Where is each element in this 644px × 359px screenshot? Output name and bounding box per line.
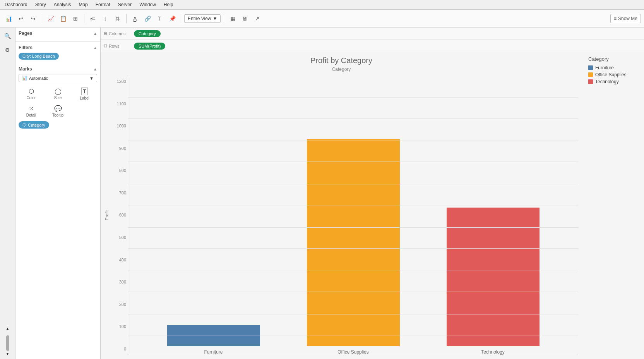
screen-btn[interactable]: 🖥: [240, 13, 250, 24]
detail-icon: ⁙: [29, 105, 34, 112]
marks-type-dropdown[interactable]: 📊 Automatic ▼: [19, 74, 97, 82]
chart-container: ⊟ Columns Category ⊟ Rows SUM(Profit) Pr…: [101, 27, 644, 359]
separator-5: [224, 14, 224, 23]
y-tick-600: 600: [119, 213, 128, 217]
bar-office-supplies[interactable]: Office Supplies: [307, 139, 400, 355]
legend-color-furniture: [588, 65, 593, 70]
view-dropdown[interactable]: Entire View ▼: [184, 14, 221, 23]
sidebar-search-icon[interactable]: 🔍: [2, 31, 13, 41]
legend-item-technology[interactable]: Technology: [588, 79, 638, 84]
y-tick-500: 500: [119, 235, 128, 240]
marks-chevron-icon: ▼: [89, 76, 94, 81]
marks-collapse[interactable]: ▲: [93, 67, 97, 71]
chart-plot: Profit 1200 1100 1000 900 800 700 600 50…: [104, 75, 578, 355]
text-btn[interactable]: T: [154, 13, 165, 24]
menu-format[interactable]: Format: [94, 1, 112, 8]
rows-pill[interactable]: SUM(Profit): [134, 43, 165, 50]
chart-area: Profit by Category Category Profit 1200 …: [101, 52, 582, 359]
marks-size-btn[interactable]: ◯ Size: [45, 86, 70, 102]
label-btn[interactable]: 🏷: [87, 13, 98, 24]
chevron-down-icon: ▼: [212, 16, 217, 21]
pages-collapse[interactable]: ▲: [93, 31, 97, 36]
sort-asc-btn[interactable]: ↕: [100, 13, 111, 24]
separator-3: [126, 14, 127, 23]
y-axis-label-area: Profit: [104, 75, 112, 355]
marks-category-chip[interactable]: ⬡ Category: [19, 121, 49, 129]
undo-btn[interactable]: ↩: [15, 13, 26, 24]
y-tick-0: 0: [124, 347, 128, 351]
menu-bar: Dashboard Story Analysis Map Format Serv…: [0, 0, 644, 10]
category-dots-icon: ⬡: [22, 122, 26, 127]
show-me-icon: ≡: [614, 16, 617, 21]
columns-icon: ⊟: [104, 31, 107, 36]
legend-label-technology: Technology: [595, 79, 619, 84]
sidebar-collapse-up[interactable]: ▲: [6, 326, 10, 331]
y-tick-1200: 1200: [117, 79, 128, 84]
columns-pill[interactable]: Category: [134, 30, 161, 37]
copy-btn[interactable]: 📋: [58, 13, 69, 24]
chart-btn[interactable]: 📈: [45, 13, 56, 24]
y-tick-200: 200: [119, 302, 128, 307]
left-sidebar: 🔍 ⚙ ▲ ▼: [0, 27, 15, 359]
main-layout: 🔍 ⚙ ▲ ▼ Pages ▲ Filters ▲ City: Long Bea…: [0, 27, 644, 359]
bar-technology[interactable]: Technology: [447, 208, 540, 355]
redo-btn[interactable]: ↪: [28, 13, 39, 24]
bars-container: Furniture Office Supplies Technology: [128, 75, 578, 355]
columns-label: ⊟ Columns: [104, 31, 131, 36]
bar-furniture-rect[interactable]: [167, 325, 260, 346]
y-tick-900: 900: [119, 146, 128, 151]
menu-dashboard[interactable]: Dashboard: [3, 1, 29, 8]
bar-chart-btn[interactable]: ▦: [227, 13, 238, 24]
separator-1: [42, 14, 42, 23]
filter-chip-city[interactable]: City: Long Beach: [19, 53, 59, 60]
pages-title: Pages ▲: [19, 31, 97, 36]
chart-title: Profit by Category: [310, 56, 372, 65]
link-btn[interactable]: 🔗: [142, 13, 153, 24]
show-me-btn[interactable]: ≡ Show Me: [610, 14, 641, 23]
marks-color-btn[interactable]: ⬡ Color: [19, 86, 44, 102]
menu-analysis[interactable]: Analysis: [52, 1, 73, 8]
share-btn[interactable]: ↗: [252, 13, 263, 24]
marks-title: Marks ▲: [19, 66, 97, 72]
marks-section: Marks ▲ 📊 Automatic ▼ ⬡ Color ◯ Size T: [15, 63, 100, 132]
underline-btn[interactable]: A̲: [130, 13, 140, 24]
bar-technology-label: Technology: [481, 349, 505, 355]
sidebar-collapse-down[interactable]: ▼: [6, 352, 10, 356]
bar-furniture[interactable]: Furniture: [167, 325, 260, 355]
y-tick-800: 800: [119, 168, 128, 173]
marks-label-btn[interactable]: T Label: [72, 86, 97, 102]
legend-item-furniture[interactable]: Furniture: [588, 65, 638, 70]
y-tick-400: 400: [119, 258, 128, 262]
bar-technology-rect[interactable]: [447, 208, 540, 346]
y-axis-ticks: 1200 1100 1000 900 800 700 600 500 400 3…: [112, 75, 128, 355]
legend-label-office-supplies: Office Supplies: [595, 72, 627, 77]
y-tick-300: 300: [119, 280, 128, 284]
sidebar-filter-icon[interactable]: ⚙: [2, 45, 13, 55]
rows-icon: ⊟: [104, 43, 107, 48]
marks-detail-btn[interactable]: ⁙ Detail: [19, 103, 44, 119]
legend-title: Category: [588, 56, 638, 62]
label-text-icon: T: [81, 88, 88, 95]
shelf-area: ⊟ Columns Category ⊟ Rows SUM(Profit): [101, 27, 644, 52]
menu-map[interactable]: Map: [77, 1, 89, 8]
size-icon: ◯: [55, 88, 62, 95]
filters-collapse[interactable]: ▲: [93, 46, 97, 50]
menu-window[interactable]: Window: [138, 1, 158, 8]
menu-server[interactable]: Server: [116, 1, 133, 8]
marks-grid: ⬡ Color ◯ Size T Label ⁙ Detail 💬 Too: [19, 86, 97, 119]
legend-item-office-supplies[interactable]: Office Supplies: [588, 72, 638, 77]
grid-btn[interactable]: ⊞: [70, 13, 81, 24]
filters-title: Filters ▲: [19, 45, 97, 50]
marks-tooltip-btn[interactable]: 💬 Tooltip: [45, 103, 70, 119]
new-workbook-btn[interactable]: 📊: [3, 13, 14, 24]
show-me-label: Show Me: [618, 16, 637, 21]
filters-section: Filters ▲ City: Long Beach: [15, 42, 100, 63]
sort-desc-btn[interactable]: ⇅: [112, 13, 123, 24]
menu-story[interactable]: Story: [34, 1, 48, 8]
pin-btn[interactable]: 📌: [167, 13, 178, 24]
bar-office-supplies-rect[interactable]: [307, 139, 400, 346]
menu-help[interactable]: Help: [162, 1, 175, 8]
chart-main: Profit by Category Category Profit 1200 …: [101, 52, 644, 359]
bar-office-supplies-label: Office Supplies: [337, 349, 369, 355]
y-tick-1000: 1000: [117, 124, 128, 128]
